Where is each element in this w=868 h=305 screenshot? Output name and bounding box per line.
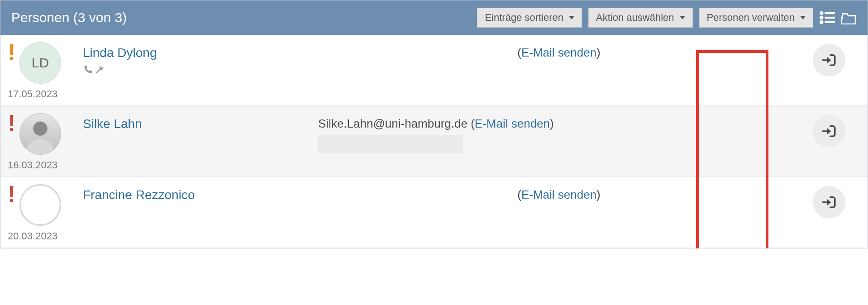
action-col xyxy=(800,184,858,219)
login-arrow-icon xyxy=(821,52,837,68)
select-action-dropdown[interactable]: Aktion auswählen xyxy=(588,8,692,28)
meta-icons xyxy=(83,65,318,76)
status-flag-col: ! xyxy=(8,42,19,60)
avatar-col: 16.03.2023 xyxy=(19,113,83,171)
paren-close: ) xyxy=(596,188,601,201)
paren-close: ) xyxy=(550,117,554,130)
send-email-link[interactable]: E-Mail senden xyxy=(521,46,596,59)
person-row: ! 20.03.2023 Francine Rezzonico (E-Mail … xyxy=(0,177,868,248)
exclamation-icon: ! xyxy=(8,115,19,131)
email-line: (E-Mail senden) xyxy=(318,188,800,202)
person-name-link[interactable]: Francine Rezzonico xyxy=(83,188,195,202)
avatar[interactable] xyxy=(19,184,61,226)
list-view-icon[interactable] xyxy=(820,11,835,24)
top-bar: Personen (3 von 3) Einträge sortieren Ak… xyxy=(0,0,868,35)
svg-point-0 xyxy=(820,12,822,14)
send-email-link[interactable]: E-Mail senden xyxy=(521,188,596,201)
name-col: Linda Dylong xyxy=(83,42,318,76)
folder-icon[interactable] xyxy=(841,11,857,24)
login-arrow-icon xyxy=(821,195,837,210)
main-window: Personen (3 von 3) Einträge sortieren Ak… xyxy=(0,0,868,248)
caret-down-icon xyxy=(680,16,685,19)
email-line: Silke.Lahn@uni-hamburg.de (E-Mail senden… xyxy=(318,117,800,131)
action-col xyxy=(800,113,858,148)
caret-down-icon xyxy=(800,16,806,19)
paren-close: ) xyxy=(596,46,601,59)
select-action-label: Aktion auswählen xyxy=(596,12,674,24)
avatar[interactable]: LD xyxy=(19,42,61,84)
person-row: ! 16.03.2023 Silke Lahn Silke.Lahn@uni-h… xyxy=(0,106,868,177)
action-col xyxy=(800,42,858,76)
login-as-button[interactable] xyxy=(813,44,845,76)
wrench-icon xyxy=(95,65,105,75)
avatar[interactable] xyxy=(19,113,61,155)
redacted-block xyxy=(318,135,463,153)
person-list: ! LD 17.05.2023 Linda Dylong (E-Mail sen… xyxy=(0,35,868,248)
exclamation-icon: ! xyxy=(8,44,19,60)
email-prefix-text: Silke.Lahn@uni-hamburg.de xyxy=(318,117,471,130)
person-name-link[interactable]: Silke Lahn xyxy=(83,117,142,131)
login-as-button[interactable] xyxy=(813,186,845,219)
person-row: ! LD 17.05.2023 Linda Dylong (E-Mail sen… xyxy=(0,35,868,106)
svg-point-6 xyxy=(33,122,47,136)
caret-down-icon xyxy=(569,16,574,19)
login-as-button[interactable] xyxy=(813,115,845,148)
paren-open: ( xyxy=(517,188,521,201)
login-arrow-icon xyxy=(821,124,837,139)
name-col: Francine Rezzonico xyxy=(83,184,318,202)
toolbar: Einträge sortieren Aktion auswählen Pers… xyxy=(477,8,857,28)
page-title: Personen (3 von 3) xyxy=(11,10,127,25)
paren-open: ( xyxy=(471,117,475,130)
avatar-col: 20.03.2023 xyxy=(19,184,83,242)
name-col: Silke Lahn xyxy=(83,113,318,131)
sort-entries-label: Einträge sortieren xyxy=(485,12,563,24)
manage-persons-dropdown[interactable]: Personen verwalten xyxy=(699,8,813,28)
person-date: 17.05.2023 xyxy=(8,88,57,100)
svg-point-2 xyxy=(820,17,822,19)
phone-icon xyxy=(83,65,93,75)
manage-persons-label: Personen verwalten xyxy=(707,12,795,24)
email-col: (E-Mail senden) xyxy=(318,42,800,60)
person-date: 20.03.2023 xyxy=(8,230,57,242)
paren-open: ( xyxy=(517,46,521,59)
email-col: Silke.Lahn@uni-hamburg.de (E-Mail senden… xyxy=(318,113,800,153)
email-line: (E-Mail senden) xyxy=(318,46,800,60)
send-email-link[interactable]: E-Mail senden xyxy=(475,117,550,130)
person-date: 16.03.2023 xyxy=(8,159,57,171)
status-flag-col: ! xyxy=(8,113,19,131)
status-flag-col: ! xyxy=(8,184,19,202)
avatar-col: LD 17.05.2023 xyxy=(19,42,83,100)
email-col: (E-Mail senden) xyxy=(318,184,800,202)
svg-point-4 xyxy=(820,21,822,23)
sort-entries-dropdown[interactable]: Einträge sortieren xyxy=(477,8,582,28)
exclamation-icon: ! xyxy=(8,186,19,202)
person-name-link[interactable]: Linda Dylong xyxy=(83,46,157,60)
